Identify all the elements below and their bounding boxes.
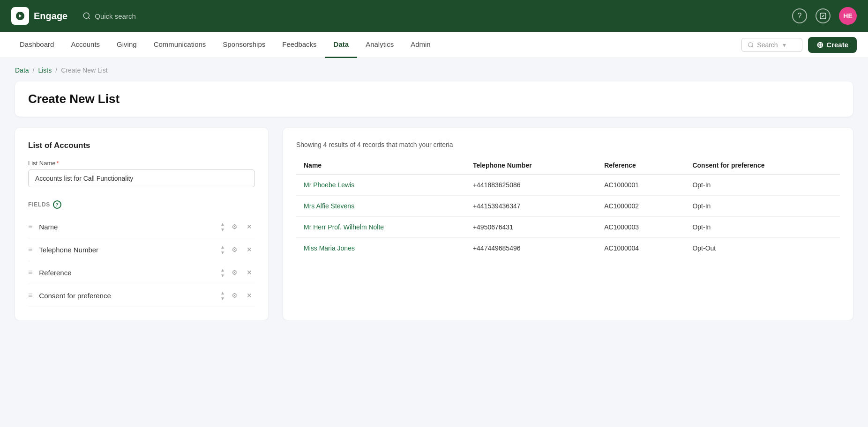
quick-search-button[interactable]: Quick search <box>82 12 136 20</box>
drag-handle-telephone[interactable]: ≡ <box>28 245 32 254</box>
cell-telephone: +447449685496 <box>465 238 597 259</box>
subnav-search-dropdown-icon[interactable]: ▾ <box>783 41 786 49</box>
field-row-reference: ≡ Reference ▲▼ ⚙ ✕ <box>28 261 255 284</box>
cell-reference: AC1000001 <box>597 174 685 196</box>
topbar-right: ? HE <box>792 7 857 25</box>
field-name-label: Name <box>39 223 216 231</box>
main-content: List of Accounts List Name* FIELDS ? ≡ N… <box>15 128 853 320</box>
sort-arrows-name[interactable]: ▲▼ <box>220 221 225 232</box>
breadcrumb-data[interactable]: Data <box>15 66 29 74</box>
results-info: Showing 4 results of 4 records that matc… <box>296 141 840 148</box>
cell-telephone: +4950676431 <box>465 217 597 238</box>
cell-name: Mrs Alfie Stevens <box>296 196 465 217</box>
field-actions-name: ▲▼ ⚙ ✕ <box>220 221 255 232</box>
breadcrumb-sep-2: / <box>55 66 57 74</box>
list-name-label: List Name* <box>28 160 255 167</box>
topbar: Engage Quick search ? HE <box>0 0 868 32</box>
nav-item-dashboard[interactable]: Dashboard <box>11 32 62 58</box>
field-row-consent: ≡ Consent for preference ▲▼ ⚙ ✕ <box>28 284 255 307</box>
remove-icon-consent[interactable]: ✕ <box>244 290 255 301</box>
nav-item-sponsorships[interactable]: Sponsorships <box>214 32 274 58</box>
page-title: Create New List <box>28 92 840 106</box>
cell-consent: Opt-Out <box>685 238 840 259</box>
table-row: Mrs Alfie Stevens +441539436347 AC100000… <box>296 196 840 217</box>
cell-consent: Opt-In <box>685 196 840 217</box>
breadcrumb-current: Create New List <box>61 66 108 74</box>
results-table: Name Telephone Number Reference Consent … <box>296 157 840 258</box>
nav-item-admin[interactable]: Admin <box>402 32 439 58</box>
remove-icon-telephone[interactable]: ✕ <box>244 244 255 255</box>
field-consent-label: Consent for preference <box>39 292 216 300</box>
svg-point-3 <box>748 42 753 46</box>
nav-item-analytics[interactable]: Analytics <box>357 32 402 58</box>
right-panel: Showing 4 results of 4 records that matc… <box>283 128 853 320</box>
settings-icon-telephone[interactable]: ⚙ <box>229 244 240 255</box>
drag-handle-name[interactable]: ≡ <box>28 222 32 231</box>
svg-point-0 <box>84 13 90 18</box>
cell-name: Miss Maria Jones <box>296 238 465 259</box>
user-avatar[interactable]: HE <box>839 7 857 25</box>
table-row: Mr Herr Prof. Wilhelm Nolte +4950676431 … <box>296 217 840 238</box>
list-name-field: List Name* <box>28 160 255 187</box>
logo-icon <box>11 7 29 25</box>
nav-item-feedbacks[interactable]: Feedbacks <box>274 32 325 58</box>
sort-arrows-telephone[interactable]: ▲▼ <box>220 244 225 255</box>
nav-item-data[interactable]: Data <box>325 32 358 58</box>
help-icon[interactable]: ? <box>792 8 807 23</box>
breadcrumb-sep-1: / <box>33 66 35 74</box>
sort-arrows-reference[interactable]: ▲▼ <box>220 267 225 278</box>
create-button-label: Create <box>826 41 848 49</box>
create-plus-icon: ⊕ <box>816 41 823 49</box>
col-header-reference: Reference <box>597 157 685 174</box>
subnav: Dashboard Accounts Giving Communications… <box>0 32 868 58</box>
tasks-icon[interactable] <box>816 8 831 23</box>
nav-item-communications[interactable]: Communications <box>145 32 215 58</box>
subnav-right: Search ▾ ⊕ Create <box>741 37 857 53</box>
cell-reference: AC1000003 <box>597 217 685 238</box>
create-button[interactable]: ⊕ Create <box>808 37 857 53</box>
subnav-search[interactable]: Search ▾ <box>741 38 802 52</box>
field-row-telephone: ≡ Telephone Number ▲▼ ⚙ ✕ <box>28 238 255 261</box>
sort-arrows-consent[interactable]: ▲▼ <box>220 290 225 301</box>
field-actions-telephone: ▲▼ ⚙ ✕ <box>220 244 255 255</box>
settings-icon-consent[interactable]: ⚙ <box>229 290 240 301</box>
quick-search-label: Quick search <box>95 12 136 20</box>
fields-label: FIELDS ? <box>28 200 255 209</box>
app-name: Engage <box>34 11 67 22</box>
nav-item-accounts[interactable]: Accounts <box>62 32 108 58</box>
cell-name: Mr Herr Prof. Wilhelm Nolte <box>296 217 465 238</box>
fields-help-icon[interactable]: ? <box>53 200 61 209</box>
breadcrumb: Data / Lists / Create New List <box>0 58 868 78</box>
settings-icon-reference[interactable]: ⚙ <box>229 267 240 278</box>
field-row-name: ≡ Name ▲▼ ⚙ ✕ <box>28 215 255 238</box>
remove-icon-reference[interactable]: ✕ <box>244 267 255 278</box>
drag-handle-consent[interactable]: ≡ <box>28 291 32 300</box>
table-row: Mr Phoebe Lewis +441883625086 AC1000001 … <box>296 174 840 196</box>
field-actions-consent: ▲▼ ⚙ ✕ <box>220 290 255 301</box>
section-title: List of Accounts <box>28 141 255 150</box>
cell-consent: Opt-In <box>685 174 840 196</box>
drag-handle-reference[interactable]: ≡ <box>28 268 32 277</box>
cell-telephone: +441539436347 <box>465 196 597 217</box>
cell-consent: Opt-In <box>685 217 840 238</box>
logo-wrap[interactable]: Engage <box>11 7 67 25</box>
remove-icon-name[interactable]: ✕ <box>244 221 255 232</box>
cell-reference: AC1000002 <box>597 196 685 217</box>
cell-telephone: +441883625086 <box>465 174 597 196</box>
col-header-name: Name <box>296 157 465 174</box>
svg-line-4 <box>752 46 754 47</box>
subnav-search-label: Search <box>757 41 778 49</box>
field-reference-label: Reference <box>39 269 216 277</box>
breadcrumb-lists[interactable]: Lists <box>38 66 52 74</box>
fields-section: FIELDS ? ≡ Name ▲▼ ⚙ ✕ ≡ Telephone Numbe… <box>28 200 255 307</box>
table-row: Miss Maria Jones +447449685496 AC1000004… <box>296 238 840 259</box>
required-indicator: * <box>57 160 59 167</box>
field-telephone-label: Telephone Number <box>39 246 216 254</box>
field-actions-reference: ▲▼ ⚙ ✕ <box>220 267 255 278</box>
nav-item-giving[interactable]: Giving <box>108 32 145 58</box>
col-header-consent: Consent for preference <box>685 157 840 174</box>
svg-line-1 <box>89 17 90 19</box>
settings-icon-name[interactable]: ⚙ <box>229 221 240 232</box>
list-name-input[interactable] <box>28 169 255 187</box>
cell-name: Mr Phoebe Lewis <box>296 174 465 196</box>
